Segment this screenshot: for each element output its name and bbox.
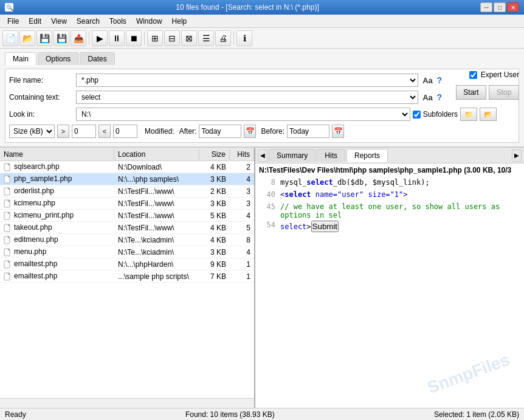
- containing-help-btn[interactable]: ?: [436, 92, 442, 102]
- after-cal-btn[interactable]: 📅: [244, 125, 256, 138]
- col-header-size[interactable]: Size: [199, 149, 230, 160]
- menu-help[interactable]: Help: [167, 16, 192, 27]
- filename-help-btn[interactable]: ?: [436, 75, 442, 85]
- menu-edit[interactable]: Edit: [24, 16, 46, 27]
- menu-tools[interactable]: Tools: [105, 16, 131, 27]
- line-code: select>: [280, 221, 520, 232]
- file-size-cell: 4 KB: [199, 235, 230, 245]
- file-location-cell: N:\TestFil...\www\: [114, 223, 199, 233]
- file-size-cell: 5 KB: [199, 211, 230, 221]
- line-code: // we have at least one user, so show al…: [280, 202, 520, 219]
- menu-file[interactable]: File: [2, 16, 24, 27]
- after-date[interactable]: [199, 125, 241, 138]
- file-hits-cell: 1: [230, 272, 254, 281]
- start-button[interactable]: Start: [456, 85, 486, 100]
- lookin-input[interactable]: N:\: [76, 108, 410, 121]
- results-area: Name Location Size Hits sqlsearch.php N:…: [0, 148, 524, 408]
- toolbar-stop[interactable]: ⏹: [126, 30, 142, 46]
- size-gt-btn[interactable]: >: [57, 125, 69, 138]
- right-panel-next[interactable]: ▶: [512, 150, 522, 162]
- tab-reports[interactable]: Reports: [346, 149, 388, 162]
- table-row[interactable]: emailtest.php ...\sample php scripts\ 7 …: [0, 270, 254, 283]
- close-button[interactable]: ✕: [507, 2, 519, 12]
- containing-aa-btn[interactable]: Aa: [421, 91, 434, 104]
- file-icon: [4, 260, 12, 269]
- tab-main[interactable]: Main: [5, 52, 36, 66]
- maximize-button[interactable]: □: [494, 2, 506, 12]
- toolbar-save-as[interactable]: 💾: [53, 30, 69, 46]
- toolbar-pause[interactable]: ⏸: [109, 30, 125, 46]
- toolbar-btn-5[interactable]: ⊞: [147, 30, 163, 46]
- col-header-name[interactable]: Name: [0, 149, 114, 160]
- table-row[interactable]: kcimenu_print.php N:\TestFil...\www\ 5 K…: [0, 210, 254, 222]
- before-cal-btn[interactable]: 📅: [332, 125, 344, 138]
- status-selected: Selected: 1 item (2.05 KB): [434, 410, 519, 419]
- toolbar-save[interactable]: 💾: [36, 30, 52, 46]
- before-date[interactable]: [287, 125, 329, 138]
- table-row[interactable]: emailtest.php N:\...\phpHarden\ 9 KB 1: [0, 258, 254, 270]
- line-number: 45: [259, 202, 280, 219]
- col-header-location[interactable]: Location: [114, 149, 199, 160]
- toolbar-open[interactable]: 📂: [19, 30, 35, 46]
- menu-search[interactable]: Search: [72, 16, 105, 27]
- minimize-button[interactable]: ─: [480, 2, 492, 12]
- table-row[interactable]: orderlist.php N:\TestFil...\www\ 2 KB 3: [0, 185, 254, 198]
- table-row[interactable]: editmenu.php N:\Te...\kciadmin\ 4 KB 8: [0, 234, 254, 246]
- size-select[interactable]: Size (kB): [9, 125, 55, 138]
- tab-hits[interactable]: Hits: [317, 149, 345, 162]
- filename-aa-btn[interactable]: Aa: [421, 74, 434, 87]
- toolbar-btn-8[interactable]: ☰: [198, 30, 214, 46]
- table-row[interactable]: php_sample1.php N:\...\php samples\ 3 KB…: [0, 173, 254, 185]
- toolbar-play[interactable]: ▶: [92, 30, 108, 46]
- file-icon: [4, 199, 12, 208]
- browse-btn[interactable]: 📁: [460, 108, 477, 121]
- col-header-hits[interactable]: Hits: [230, 149, 254, 160]
- file-size-cell: 2 KB: [199, 187, 230, 196]
- file-hits-cell: 4: [230, 247, 254, 257]
- table-row[interactable]: sqlsearch.php N:\Download\ 4 KB 2: [0, 161, 254, 173]
- size-input-2[interactable]: [113, 125, 137, 138]
- svg-rect-9: [8, 200, 10, 202]
- size-lt-btn[interactable]: <: [98, 125, 111, 138]
- toolbar-btn-6[interactable]: ⊟: [164, 30, 180, 46]
- file-name-cell: kcimenu_print.php: [0, 210, 114, 221]
- toolbar-export[interactable]: 📤: [71, 30, 86, 46]
- containing-input[interactable]: select: [76, 91, 418, 104]
- table-row[interactable]: takeout.php N:\TestFil...\www\ 4 KB 5: [0, 222, 254, 234]
- table-row[interactable]: menu.php N:\Te...\kciadmin\ 3 KB 4: [0, 246, 254, 258]
- menu-window[interactable]: Window: [131, 16, 167, 27]
- file-name-cell: takeout.php: [0, 222, 114, 233]
- subfolders-checkbox[interactable]: [413, 111, 421, 119]
- menu-view[interactable]: View: [46, 16, 72, 27]
- stop-button[interactable]: Stop: [489, 85, 519, 100]
- toolbar-new[interactable]: 📄: [2, 30, 18, 46]
- toolbar-info[interactable]: ℹ: [236, 30, 252, 46]
- browse-history-btn[interactable]: 📂: [480, 108, 497, 121]
- file-list-hscroll[interactable]: [0, 398, 254, 408]
- tab-dates[interactable]: Dates: [80, 52, 114, 65]
- expert-checkbox[interactable]: [469, 71, 477, 79]
- file-hits-cell: 5: [230, 223, 254, 233]
- window-controls: ─ □ ✕: [480, 2, 519, 12]
- toolbar-btn-9[interactable]: 🖨: [215, 30, 231, 46]
- toolbar-btn-7[interactable]: ⊠: [181, 30, 197, 46]
- file-icon: [4, 236, 12, 244]
- subfolders-label: Subfolders: [423, 110, 458, 119]
- file-hits-cell: 1: [230, 260, 254, 269]
- svg-rect-5: [8, 176, 10, 177]
- line-code: mysql_select_db($db, $mysql_link);: [280, 178, 520, 189]
- expert-label: Expert User: [481, 71, 519, 79]
- tab-summary[interactable]: Summary: [269, 149, 315, 162]
- right-panel: ◀ Summary Hits Reports ▶ N:\TestFiles\De…: [255, 148, 524, 408]
- line-code: <select name="user" size="1">: [280, 190, 520, 201]
- size-input-1[interactable]: [72, 125, 96, 138]
- right-panel-prev[interactable]: ◀: [258, 150, 267, 162]
- right-content: N:\TestFiles\Dev Files\html\php samples\…: [255, 164, 524, 408]
- table-row[interactable]: kcimenu.php N:\TestFil...\www\ 3 KB 3: [0, 198, 254, 210]
- watermark: SnmpFiles: [425, 350, 512, 398]
- file-location-cell: N:\...\php samples\: [114, 174, 199, 184]
- tab-options[interactable]: Options: [38, 52, 78, 65]
- line-number: 54: [259, 221, 280, 232]
- tab-content-main: File name: *.php Aa ? Containing text:: [5, 69, 519, 143]
- filename-input[interactable]: *.php: [76, 74, 418, 87]
